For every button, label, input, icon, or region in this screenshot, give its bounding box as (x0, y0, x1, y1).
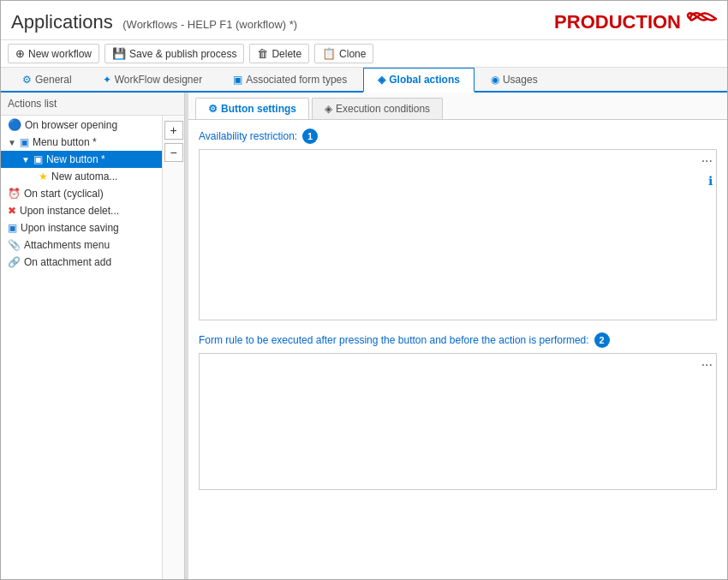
new-workflow-label: New workflow (28, 48, 92, 60)
upon-delet-label: Upon instance delet... (20, 205, 119, 217)
delete-label: Delete (272, 48, 301, 60)
infinity-icon (684, 8, 717, 36)
app-container: Applications (Workflows - HELP F1 (workf… (0, 0, 728, 580)
remove-icon: − (170, 146, 176, 159)
main-content: Actions list 🔵 On browser opening ▼ ▣ Me… (1, 93, 727, 579)
form-rule-label-text: Form rule to be executed after pressing … (199, 334, 589, 346)
availability-info-icon: ℹ (708, 174, 713, 188)
new-workflow-icon: ⊕ (15, 47, 25, 60)
menu-button-icon: ▣ (20, 136, 29, 148)
subtitle-text: (Workflows - HELP F1 (workflow) *) (122, 18, 297, 31)
new-button-icon: ▣ (33, 153, 43, 165)
new-automat-icon: ★ (39, 170, 48, 182)
general-tab-label: General (35, 74, 72, 86)
tree-item-upon-instance-saving[interactable]: ▣ Upon instance saving (1, 219, 162, 236)
clone-button[interactable]: 📋 Clone (314, 44, 373, 63)
workflow-designer-tab-icon: ✦ (103, 74, 111, 86)
form-rule-textarea[interactable] (200, 354, 716, 487)
availability-more-button[interactable]: ··· (701, 153, 713, 169)
tab-workflow-designer[interactable]: ✦ WorkFlow designer (88, 68, 217, 91)
tree-item-new-button[interactable]: ▼ ▣ New button * (1, 151, 162, 168)
execution-conditions-icon: ◈ (325, 103, 332, 115)
tree-action-sidebar: + − (162, 116, 184, 579)
attachment-add-label: On attachment add (24, 256, 111, 268)
availability-text-area-container: ··· ℹ (199, 149, 717, 320)
tree-item-on-start[interactable]: ⏰ On start (cyclical) (1, 185, 162, 202)
upon-saving-label: Upon instance saving (21, 222, 119, 234)
attachments-label: Attachments menu (24, 239, 110, 251)
header: Applications (Workflows - HELP F1 (workf… (1, 1, 727, 40)
button-settings-icon: ⚙ (208, 103, 218, 115)
save-icon: 💾 (112, 47, 126, 60)
new-button-expand-icon: ▼ (21, 155, 30, 164)
tab-global-actions[interactable]: ◈ Global actions (363, 68, 474, 93)
remove-tree-item-button[interactable]: − (164, 143, 183, 162)
associated-tab-icon: ▣ (233, 74, 242, 86)
right-panel: ⚙ Button settings ◈ Execution conditions… (188, 93, 727, 579)
sub-tab-execution-conditions[interactable]: ◈ Execution conditions (312, 98, 443, 119)
form-rule-badge: 2 (594, 332, 610, 348)
on-browser-opening-label: On browser opening (25, 119, 117, 131)
availability-textarea[interactable] (200, 150, 716, 317)
sub-tab-button-settings[interactable]: ⚙ Button settings (195, 98, 309, 119)
tree-item-on-attachment-add[interactable]: 🔗 On attachment add (1, 254, 162, 271)
upon-saving-icon: ▣ (8, 222, 17, 234)
menu-button-label: Menu button * (33, 136, 97, 148)
upon-delet-icon: ✖ (8, 205, 16, 217)
tree-item-upon-instance-delet[interactable]: ✖ Upon instance delet... (1, 202, 162, 219)
availability-restriction-label: Availability restriction: 1 (199, 129, 717, 144)
tree-item-new-automat[interactable]: ★ New automa... (1, 168, 162, 185)
delete-icon: 🗑 (257, 47, 268, 60)
brand-logo: PRODUCTION (554, 8, 717, 36)
attachments-icon: 📎 (8, 239, 21, 251)
availability-info-button[interactable]: ℹ (708, 174, 713, 188)
availability-badge: 1 (302, 129, 318, 144)
tree-item-on-browser-opening[interactable]: 🔵 On browser opening (1, 116, 162, 134)
clone-label: Clone (339, 48, 366, 60)
global-actions-tab-label: Global actions (389, 74, 460, 86)
on-browser-opening-icon: 🔵 (8, 118, 21, 131)
app-title: Applications (Workflows - HELP F1 (workf… (11, 11, 297, 33)
form-rule-label: Form rule to be executed after pressing … (199, 332, 717, 348)
save-publish-button[interactable]: 💾 Save & publish process (104, 44, 244, 63)
main-tabs: ⚙ General ✦ WorkFlow designer ▣ Associat… (1, 68, 727, 93)
global-actions-tab-icon: ◈ (378, 74, 385, 86)
sub-tabs: ⚙ Button settings ◈ Execution conditions (188, 93, 727, 120)
header-left: Applications (Workflows - HELP F1 (workf… (11, 11, 297, 33)
brand-text: PRODUCTION (554, 11, 681, 33)
delete-button[interactable]: 🗑 Delete (249, 44, 309, 63)
menu-button-expand-icon: ▼ (8, 138, 16, 147)
availability-more-icon: ··· (701, 153, 713, 168)
left-panel: Actions list 🔵 On browser opening ▼ ▣ Me… (1, 93, 185, 579)
tab-general[interactable]: ⚙ General (8, 68, 87, 91)
tab-associated-form-types[interactable]: ▣ Associated form types (218, 68, 361, 91)
new-workflow-button[interactable]: ⊕ New workflow (8, 44, 99, 63)
tree-item-attachments-menu[interactable]: 📎 Attachments menu (1, 236, 162, 254)
workflow-designer-tab-label: WorkFlow designer (115, 74, 202, 86)
form-rule-text-area-container: ··· (199, 353, 717, 490)
usages-tab-icon: ◉ (491, 74, 499, 86)
button-settings-label: Button settings (221, 103, 296, 115)
actions-tree: 🔵 On browser opening ▼ ▣ Menu button * ▼… (1, 116, 162, 579)
actions-list-title: Actions list (8, 98, 57, 110)
content-area: Availability restriction: 1 ··· ℹ Form r… (188, 120, 727, 579)
actions-list-header: Actions list (1, 93, 184, 116)
availability-label-text: Availability restriction: (199, 130, 297, 142)
form-rule-more-button[interactable]: ··· (701, 357, 713, 373)
add-icon: + (170, 123, 176, 137)
clone-icon: 📋 (322, 47, 336, 60)
usages-tab-label: Usages (503, 74, 538, 86)
tree-item-menu-button[interactable]: ▼ ▣ Menu button * (1, 134, 162, 151)
save-publish-label: Save & publish process (129, 48, 236, 60)
associated-tab-label: Associated form types (246, 74, 347, 86)
on-start-label: On start (cyclical) (24, 188, 104, 200)
form-rule-more-icon: ··· (701, 357, 713, 372)
execution-conditions-label: Execution conditions (336, 103, 430, 115)
on-start-icon: ⏰ (8, 188, 21, 200)
title-text: Applications (11, 11, 113, 33)
toolbar: ⊕ New workflow 💾 Save & publish process … (1, 40, 727, 68)
add-tree-item-button[interactable]: + (164, 121, 183, 140)
new-button-label: New button * (46, 153, 105, 165)
tab-usages[interactable]: ◉ Usages (476, 68, 552, 91)
general-tab-icon: ⚙ (22, 74, 32, 86)
